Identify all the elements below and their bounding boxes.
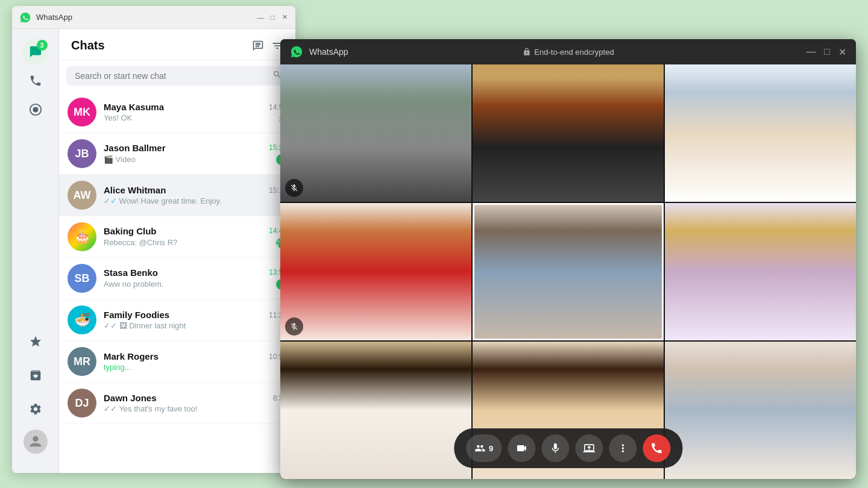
chat-item-baking[interactable]: 🎂 Baking Club 14:43 Rebecca: @Chris R? @… (59, 216, 295, 258)
chat-preview-mark: typing... (104, 363, 131, 372)
call-close-btn[interactable]: ✕ (838, 46, 846, 58)
chat-info-jason: Jason Ballmer 15:26 🎬 Video 3 (104, 143, 287, 165)
chat-item-dawn[interactable]: DJ Dawn Jones 8:32 ✓✓ Yes that's my fave… (59, 383, 295, 424)
avatar-alice: AW (68, 181, 96, 210)
chat-name-maya: Maya Kasuma (104, 102, 164, 112)
main-maximize-btn[interactable]: □ (269, 14, 276, 21)
avatar-baking: 🎂 (68, 222, 96, 251)
chats-title: Chats (71, 39, 105, 52)
chat-name-alice: Alice Whitman (104, 185, 166, 195)
call-minimize-btn[interactable]: — (806, 46, 816, 58)
search-bar (66, 66, 288, 86)
chat-preview-jason: 🎬 Video (104, 155, 136, 164)
avatar-mark: MR (68, 347, 96, 376)
participants-count: 9 (489, 444, 493, 453)
chat-name-baking: Baking Club (104, 226, 157, 236)
main-whatsapp-window: WhatsApp — □ ✕ 3 (12, 6, 295, 473)
main-close-btn[interactable]: ✕ (281, 14, 288, 21)
call-maximize-btn[interactable]: □ (824, 46, 830, 58)
main-minimize-btn[interactable]: — (257, 14, 264, 21)
mute-indicator-1 (285, 179, 303, 197)
chat-info-baking: Baking Club 14:43 Rebecca: @Chris R? @ 1 (104, 226, 287, 248)
chat-info-alice: Alice Whitman 15:12 ✓✓ Wow! Have great t… (104, 185, 287, 205)
chat-info-stasa: Stasa Benko 13:56 Aww no problem. 2 (104, 267, 287, 290)
video-cell-4 (280, 203, 471, 340)
more-options-btn[interactable] (609, 434, 637, 462)
chat-info-dawn: Dawn Jones 8:32 ✓✓ Yes that's my fave to… (104, 393, 287, 413)
chat-preview-stasa: Aww no problem. (104, 280, 163, 289)
main-title-text: WhatsApp (36, 13, 257, 22)
video-cell-3 (665, 64, 856, 202)
avatar-jason: JB (68, 139, 96, 168)
video-toggle-btn[interactable] (508, 434, 535, 462)
chat-item-maya[interactable]: MK Maya Kasuma 14:54 Yes! OK 📌 (59, 92, 295, 133)
chat-header-icons (252, 40, 283, 52)
chat-preview-maya: Yes! OK (104, 113, 132, 122)
call-controls: 9 (454, 428, 682, 468)
video-cell-2 (473, 64, 664, 202)
video-cell-5 (473, 203, 664, 340)
sidebar-item-starred[interactable] (22, 328, 49, 355)
chat-info-mark: Mark Rogers 10:56 typing... (104, 351, 287, 372)
encryption-label: End-to-end endcrypted (522, 48, 614, 57)
chat-panel: Chats MK Ma (59, 29, 295, 473)
chat-name-family: Family Foodies (104, 310, 169, 320)
chat-item-family[interactable]: 🍜 Family Foodies 11:21 ✓✓ 🖼 Dinner last … (59, 299, 295, 341)
avatar-stasa: SB (68, 264, 96, 293)
chat-info-family: Family Foodies 11:21 ✓✓ 🖼 Dinner last ni… (104, 310, 287, 330)
video-cell-6 (665, 203, 856, 340)
end-call-btn[interactable] (643, 434, 670, 462)
encryption-text: End-to-end endcrypted (534, 48, 614, 57)
avatar-maya: MK (68, 98, 96, 127)
main-window-controls: — □ ✕ (257, 14, 288, 21)
chat-name-mark: Mark Rogers (104, 351, 159, 361)
call-whatsapp-logo (290, 45, 303, 58)
sidebar-item-calls[interactable] (22, 67, 49, 94)
svg-point-1 (33, 107, 38, 112)
video-grid: 9 (280, 64, 856, 479)
sidebar-item-status[interactable] (22, 96, 49, 123)
mic-toggle-btn[interactable] (541, 434, 569, 462)
main-titlebar: WhatsApp — □ ✕ (12, 6, 295, 29)
mute-indicator-4 (285, 318, 303, 336)
svg-point-2 (33, 436, 38, 442)
avatar-dawn: DJ (68, 389, 96, 418)
sidebar-item-chats[interactable]: 3 (22, 39, 49, 65)
call-window-controls: — □ ✕ (806, 46, 846, 58)
screen-share-btn[interactable] (575, 434, 603, 462)
call-titlebar: WhatsApp End-to-end endcrypted — □ ✕ (280, 39, 856, 64)
chat-item-alice[interactable]: AW Alice Whitman 15:12 ✓✓ Wow! Have grea… (59, 175, 295, 216)
chat-info-maya: Maya Kasuma 14:54 Yes! OK 📌 (104, 102, 287, 122)
call-window: WhatsApp End-to-end endcrypted — □ ✕ (280, 39, 856, 479)
avatar-family: 🍜 (68, 305, 96, 334)
chat-item-jason[interactable]: JB Jason Ballmer 15:26 🎬 Video 3 (59, 133, 295, 175)
participants-btn[interactable]: 9 (466, 434, 502, 462)
chats-unread-badge: 3 (37, 40, 48, 51)
chat-item-mark[interactable]: MR Mark Rogers 10:56 typing... (59, 341, 295, 383)
chat-panel-header: Chats (59, 29, 295, 60)
chat-list: MK Maya Kasuma 14:54 Yes! OK 📌 JB (59, 92, 295, 473)
video-cell-1 (280, 64, 471, 202)
chat-name-stasa: Stasa Benko (104, 267, 158, 278)
chat-name-jason: Jason Ballmer (104, 143, 166, 153)
sidebar-bottom (22, 328, 49, 463)
chat-preview-dawn: ✓✓ Yes that's my fave too! (104, 404, 197, 413)
sidebar: 3 (12, 29, 59, 473)
video-cell-9 (665, 342, 856, 479)
whatsapp-logo-icon (19, 11, 31, 23)
chat-preview-baking: Rebecca: @Chris R? (104, 238, 177, 247)
chat-preview-family: ✓✓ 🖼 Dinner last night (104, 321, 186, 330)
user-avatar[interactable] (24, 430, 48, 454)
sidebar-item-archived[interactable] (22, 362, 49, 389)
chat-name-dawn: Dawn Jones (104, 393, 157, 403)
chat-preview-alice: ✓✓ Wow! Have great time. Enjoy. (104, 196, 222, 205)
video-cell-7 (280, 342, 471, 479)
sidebar-item-settings[interactable] (22, 396, 49, 422)
search-input[interactable] (66, 66, 288, 86)
chat-item-stasa[interactable]: SB Stasa Benko 13:56 Aww no problem. 2 (59, 258, 295, 299)
new-chat-btn[interactable] (252, 40, 264, 52)
